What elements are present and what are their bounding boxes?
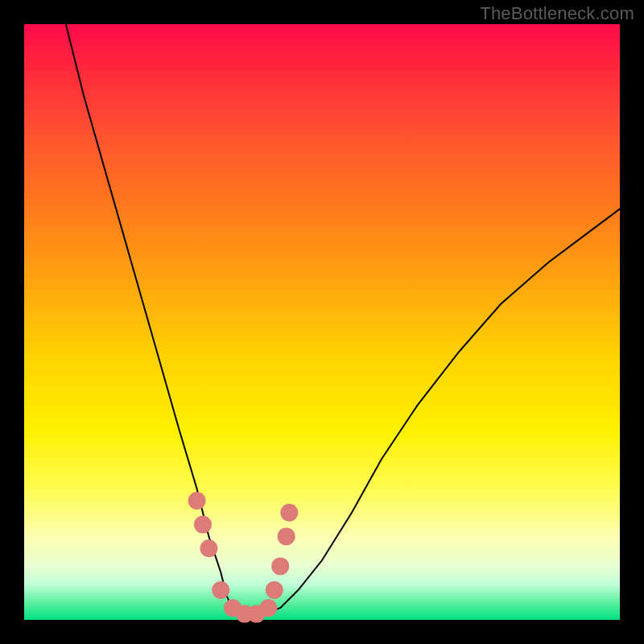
watermark-text: TheBottleneck.com [480, 3, 634, 24]
chart-frame: TheBottleneck.com [0, 0, 644, 644]
highlight-markers [188, 492, 299, 623]
highlight-marker [278, 527, 295, 545]
highlight-marker [200, 539, 217, 557]
highlight-marker [280, 504, 298, 522]
curve-layer [24, 24, 620, 620]
highlight-marker [194, 516, 212, 534]
plot-area [24, 24, 620, 620]
bottleneck-curve [66, 24, 620, 614]
highlight-marker [212, 581, 229, 599]
highlight-marker [271, 557, 289, 575]
highlight-marker [259, 599, 277, 617]
highlight-marker [266, 581, 283, 599]
highlight-marker [188, 492, 206, 510]
